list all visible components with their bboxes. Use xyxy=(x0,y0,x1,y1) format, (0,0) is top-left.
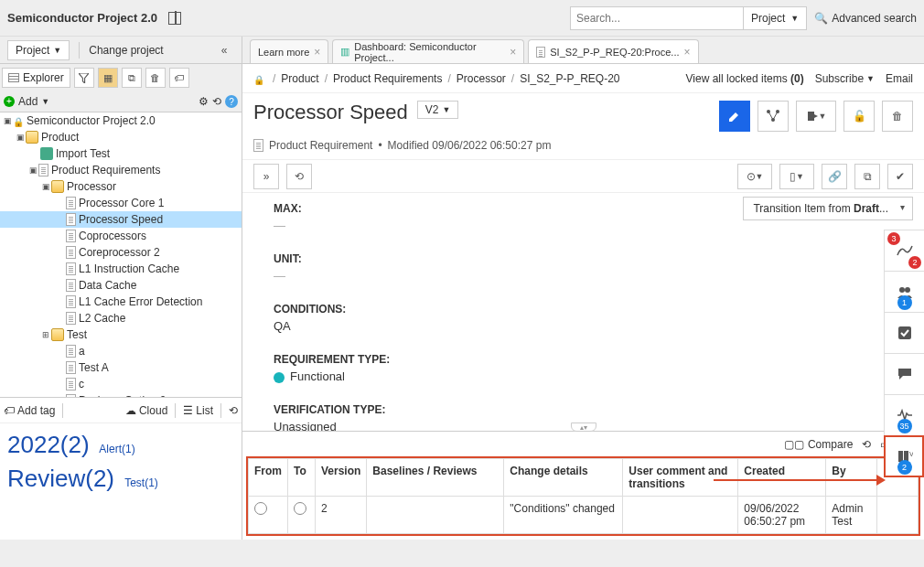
relations-button[interactable] xyxy=(757,101,789,132)
item-type-label: Product Requirement xyxy=(269,139,372,152)
settings-icon[interactable]: ⊙ ▼ xyxy=(737,164,772,189)
crumb-id: SI_S2_P-P_REQ-20 xyxy=(520,72,619,85)
cell-version: 2 xyxy=(316,497,367,534)
crumb-product[interactable]: Product xyxy=(281,72,318,85)
modified-label: Modified 09/06/2022 06:50:27 pm xyxy=(388,139,552,152)
radio-to[interactable] xyxy=(294,502,306,515)
tree-item[interactable]: Test A xyxy=(0,359,242,376)
tree-test[interactable]: ⊞Test xyxy=(0,326,242,343)
tree-item[interactable]: L1 Cache Error Detection xyxy=(0,294,242,310)
check-icon[interactable]: ✔ xyxy=(887,164,913,189)
left-sidebar: Project ▼ Change project « Explorer ▦ ⧉ … xyxy=(0,37,242,540)
close-icon[interactable]: × xyxy=(684,46,691,59)
side-versions-icon[interactable]: V 2 xyxy=(884,435,924,477)
annotation-arrow xyxy=(714,479,878,481)
advanced-search-link[interactable]: 🔍 Advanced search xyxy=(814,12,917,25)
export-button[interactable]: ▼ xyxy=(796,101,836,132)
refresh-history-icon[interactable]: ⟲ xyxy=(862,438,871,451)
calendar-icon[interactable]: ▦ xyxy=(98,68,118,88)
add-button[interactable]: + Add ▼ xyxy=(4,95,49,108)
tab-requirement[interactable]: SI_S2_P-P_REQ-20:Proce...× xyxy=(528,39,698,63)
tree-item[interactable]: L2 Cache xyxy=(0,310,242,326)
search-input[interactable] xyxy=(570,6,744,30)
window-layout-icon[interactable] xyxy=(168,12,181,25)
document-icon xyxy=(66,262,76,275)
tree-processor[interactable]: ▣ Processor xyxy=(0,178,242,195)
tag-panel: 🏷Add tag ☁Cloud ☰List ⟲ 2022(2) Alert(1)… xyxy=(0,397,242,540)
side-comment-icon[interactable] xyxy=(884,353,924,395)
document-icon xyxy=(66,378,76,390)
edit-button[interactable] xyxy=(719,101,750,132)
expand-all-button[interactable]: » xyxy=(253,164,279,189)
panel-resize-handle[interactable]: ▴▾ xyxy=(571,423,596,432)
table-row[interactable]: 2 "Conditions" changed 09/06/2022 06:50:… xyxy=(249,497,919,534)
transition-dropdown[interactable]: Transition Item from Draft... xyxy=(743,197,913,220)
subscribe-dropdown[interactable]: Subscribe ▼ xyxy=(815,72,875,85)
tree-item[interactable]: Coprocessors xyxy=(0,228,242,244)
tree-item-selected[interactable]: Processor Speed xyxy=(0,211,242,228)
list-view-button[interactable]: ☰List xyxy=(183,404,213,417)
field-unit-value: — xyxy=(274,269,906,283)
tree-product-requirements[interactable]: ▣ Product Requirements xyxy=(0,162,242,178)
radio-from[interactable] xyxy=(254,502,267,515)
tag-2022[interactable]: 2022(2) xyxy=(7,431,90,459)
history-table-wrap: From To Version Baselines / Reviews Chan… xyxy=(246,456,920,536)
side-trace-icon[interactable]: 3 2 xyxy=(884,230,924,272)
search-scope-dropdown[interactable]: Project▼ xyxy=(744,6,807,30)
tree-item[interactable]: c xyxy=(0,376,242,392)
close-icon[interactable]: × xyxy=(314,46,320,59)
copy-icon[interactable]: ⧉ xyxy=(854,164,880,189)
jigsaw-icon xyxy=(40,147,53,160)
tree-product[interactable]: ▣ Product xyxy=(0,129,242,145)
tag-icon[interactable]: 🏷 xyxy=(169,68,189,88)
document-icon xyxy=(66,230,76,242)
cell-change: "Conditions" changed xyxy=(504,497,623,534)
side-check-icon[interactable] xyxy=(884,312,924,354)
close-icon[interactable]: × xyxy=(510,46,516,59)
tag-review[interactable]: Review(2) xyxy=(7,465,114,493)
tree-item[interactable]: Data Cache xyxy=(0,277,242,294)
crumb-processor[interactable]: Processor xyxy=(457,72,506,85)
lock-button[interactable]: 🔓 xyxy=(843,101,875,132)
link-icon[interactable]: 🔗 xyxy=(822,164,847,189)
change-project-link[interactable]: Change project xyxy=(89,44,163,57)
tree-item[interactable]: Coreprocessor 2 xyxy=(0,244,242,261)
delete-button[interactable]: 🗑 xyxy=(882,101,913,132)
trash-icon[interactable]: 🗑 xyxy=(145,68,166,88)
copy-icon[interactable]: ⧉ xyxy=(122,68,142,88)
tag-test[interactable]: Test(1) xyxy=(124,476,158,489)
cell-baselines xyxy=(367,497,504,534)
crumb-product-requirements[interactable]: Product Requirements xyxy=(333,72,442,85)
cloud-view-button[interactable]: ☁Cloud xyxy=(125,404,167,417)
lock-icon xyxy=(13,115,24,126)
project-dropdown[interactable]: Project ▼ xyxy=(7,40,70,60)
add-tag-button[interactable]: 🏷Add tag xyxy=(4,404,55,417)
filter-icon[interactable] xyxy=(74,68,94,88)
tag-alert[interactable]: Alert(1) xyxy=(99,443,134,455)
side-users-icon[interactable]: 1 xyxy=(884,271,924,313)
refresh-button[interactable]: ⟲ xyxy=(286,164,312,189)
refresh-icon[interactable]: ⟲ xyxy=(212,95,221,108)
tree-root[interactable]: ▣ Semiconductor Project 2.0 xyxy=(0,112,242,129)
tree-item[interactable]: a xyxy=(0,343,242,359)
tree-item[interactable]: L1 Instruction Cache xyxy=(0,261,242,277)
document-icon xyxy=(66,197,76,209)
settings-gear-icon[interactable]: ⚙ xyxy=(199,95,209,108)
tree-import-test[interactable]: Import Test xyxy=(0,145,242,162)
version-dropdown[interactable]: V2 ▼ xyxy=(417,101,459,119)
explorer-tab[interactable]: Explorer xyxy=(2,68,70,88)
tab-learn-more[interactable]: Learn more× xyxy=(250,39,328,63)
cell-created: 09/06/2022 06:50:27 pm xyxy=(738,497,826,534)
view-locked-link[interactable]: View all locked items (0) xyxy=(686,72,804,85)
help-icon[interactable]: ? xyxy=(225,95,238,108)
tree-item[interactable]: Processor Core 1 xyxy=(0,195,242,211)
collapse-sidebar-icon[interactable]: « xyxy=(214,40,234,60)
field-reqtype-label: REQUIREMENT TYPE: xyxy=(274,353,906,366)
refresh-tag-icon[interactable]: ⟲ xyxy=(229,404,238,417)
tab-dashboard[interactable]: ▥Dashboard: Semiconductor Project...× xyxy=(332,39,524,63)
document-menu-icon[interactable]: ▯ ▼ xyxy=(779,164,814,189)
email-link[interactable]: Email xyxy=(886,72,913,85)
project-title: Semiconductor Project 2.0 xyxy=(7,11,157,25)
side-activity-icon[interactable]: 35 xyxy=(884,394,924,436)
compare-button[interactable]: ▢▢Compare xyxy=(784,438,853,451)
